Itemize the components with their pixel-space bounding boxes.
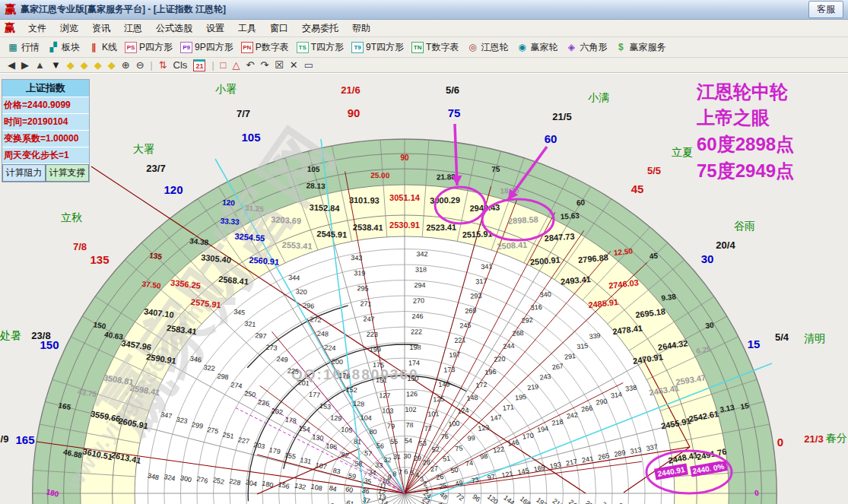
toolbar-label: 9P四方形 — [195, 41, 233, 54]
svg-text:293: 293 — [470, 292, 481, 300]
tool-time-axis-icon[interactable]: ⇅ — [159, 59, 167, 72]
toolbar-button-赢家轮[interactable]: ◉赢家轮 — [516, 41, 557, 54]
svg-text:291: 291 — [564, 352, 576, 361]
tool-rotate-down-icon[interactable]: ▼ — [51, 59, 61, 72]
svg-text:346: 346 — [189, 355, 202, 364]
svg-text:2538.41: 2538.41 — [353, 223, 383, 233]
toolbar-button-K线[interactable]: ∥K线 — [87, 41, 117, 54]
svg-text:317: 317 — [475, 277, 487, 286]
toolbar-button-江恩轮[interactable]: ◎江恩轮 — [466, 41, 508, 54]
tool-rotate-ccw-icon[interactable]: ↶ — [246, 59, 254, 72]
menu-item-8[interactable]: 交易委托 — [295, 21, 345, 36]
svg-text:120: 120 — [222, 198, 236, 207]
svg-text:/9: /9 — [1, 433, 9, 445]
menu-item-0[interactable]: 文件 — [21, 21, 53, 36]
toolbar-button-9T四方形[interactable]: T99T四方形 — [351, 41, 404, 54]
menu-item-6[interactable]: 工具 — [231, 21, 263, 36]
tool-zoom-out-icon[interactable]: ⊖ — [136, 59, 145, 72]
menu-item-7[interactable]: 窗口 — [263, 21, 295, 36]
svg-text:171: 171 — [502, 403, 514, 412]
svg-text:273: 273 — [265, 344, 278, 352]
svg-text:51: 51 — [442, 455, 450, 463]
tool-draw-square-icon[interactable]: □ — [221, 59, 227, 72]
app-logo-icon: 赢 — [5, 2, 16, 17]
svg-text:267: 267 — [551, 362, 564, 371]
svg-text:90: 90 — [400, 154, 409, 162]
tool-shift-up-icon[interactable]: ◆ — [94, 59, 102, 72]
toolbar-label: K线 — [102, 41, 117, 54]
toolbar-separator: | — [211, 60, 214, 71]
svg-text:147: 147 — [490, 414, 502, 423]
svg-text:73: 73 — [471, 476, 480, 485]
tool-shift-right-icon[interactable]: ◆ — [81, 59, 88, 72]
svg-text:58: 58 — [354, 459, 363, 468]
toolbar-button-P四方形[interactable]: PSP四方形 — [125, 41, 173, 54]
gann-wheel-svg: 赢家财富网 www.yingjia360.comQQ:1008800360123… — [0, 74, 848, 504]
menu-item-3[interactable]: 江恩 — [117, 21, 149, 36]
svg-text:100: 100 — [448, 420, 460, 428]
T四方形-icon: TS — [297, 42, 309, 53]
svg-text:103: 103 — [382, 407, 393, 414]
menu-item-4[interactable]: 公式选股 — [149, 21, 199, 36]
svg-text:74: 74 — [465, 459, 473, 468]
svg-text:21/3: 21/3 — [804, 433, 823, 445]
svg-text:196: 196 — [484, 368, 497, 376]
tool-clear-icon[interactable]: Cls — [173, 59, 188, 72]
customer-service-button[interactable]: 客服 — [808, 1, 843, 18]
toolbar-button-六角形[interactable]: ◈六角形 — [565, 41, 607, 54]
tool-rotate-cw-icon[interactable]: ↷ — [260, 59, 268, 72]
tool-rotate-up-icon[interactable]: ▲ — [35, 59, 45, 72]
svg-text:153: 153 — [319, 402, 332, 410]
toolbar-label: 赢家服务 — [629, 41, 665, 54]
menu-item-9[interactable]: 帮助 — [345, 21, 377, 36]
gann-wheel-chart: 上证指数 价格=2440.9099时间=20190104变换系数=1.00000… — [0, 73, 848, 504]
menu-item-5[interactable]: 设置 — [199, 21, 231, 36]
svg-text:318: 318 — [415, 266, 427, 274]
svg-text:2545.91: 2545.91 — [316, 229, 347, 239]
panel-field-1: 时间=20190104 — [2, 114, 89, 131]
tool-forward-icon[interactable]: ▶ — [21, 59, 29, 72]
svg-text:大署: 大署 — [133, 143, 154, 155]
svg-text:75: 75 — [455, 444, 463, 452]
tool-back-icon[interactable]: ◀ — [8, 59, 15, 72]
tool-calendar-21-icon[interactable]: 21 — [193, 59, 205, 71]
toolbar-button-板块[interactable]: ▞板块 — [47, 41, 80, 54]
tool-shift-down-icon[interactable]: ◆ — [108, 59, 116, 72]
tool-zoom-in-icon[interactable]: ⊕ — [122, 59, 130, 72]
tool-draw-triangle-icon[interactable]: △ — [232, 59, 240, 72]
svg-text:8: 8 — [392, 470, 397, 477]
svg-text:106: 106 — [326, 442, 338, 451]
svg-text:101: 101 — [427, 410, 439, 418]
calc-support-button[interactable]: 计算支撑 — [46, 164, 89, 182]
tool-delete-box-icon[interactable]: ☒ — [275, 59, 284, 72]
赢家服务-icon: $ — [615, 42, 627, 53]
svg-text:344: 344 — [288, 274, 300, 282]
menu-item-2[interactable]: 资讯 — [85, 21, 117, 36]
svg-text:200: 200 — [332, 358, 344, 366]
svg-text:220: 220 — [494, 355, 506, 363]
toolbar-button-P数字表[interactable]: PNP数字表 — [241, 41, 289, 54]
toolbar-button-T数字表[interactable]: TNT数字表 — [411, 41, 459, 54]
toolbar-button-行情[interactable]: ▦行情 — [7, 41, 40, 54]
calc-resistance-button[interactable]: 计算阻力 — [2, 164, 46, 182]
svg-text:268: 268 — [512, 329, 524, 338]
svg-text:272: 272 — [310, 315, 322, 324]
svg-text:83: 83 — [332, 467, 341, 476]
tool-shift-left-icon[interactable]: ◆ — [67, 59, 75, 72]
svg-text:224: 224 — [324, 344, 336, 352]
svg-text:201: 201 — [297, 379, 310, 387]
svg-text:104: 104 — [360, 414, 372, 422]
tool-fit-icon[interactable]: ✕ — [290, 59, 298, 72]
svg-text:45: 45 — [631, 182, 644, 195]
menu-item-1[interactable]: 浏览 — [53, 21, 85, 36]
toolbar-button-赢家服务[interactable]: $赢家服务 — [615, 41, 665, 54]
svg-text:129: 129 — [330, 414, 342, 422]
toolbar-button-9P四方形[interactable]: P99P四方形 — [180, 41, 233, 54]
svg-text:175: 175 — [373, 361, 384, 369]
toolbar-button-T四方形[interactable]: TST四方形 — [297, 41, 344, 54]
svg-text:341: 341 — [481, 262, 492, 271]
svg-text:3051.14: 3051.14 — [389, 193, 421, 202]
svg-text:79: 79 — [387, 423, 395, 430]
tool-screen-icon[interactable]: ▭ — [304, 59, 313, 72]
svg-text:128: 128 — [353, 400, 365, 408]
